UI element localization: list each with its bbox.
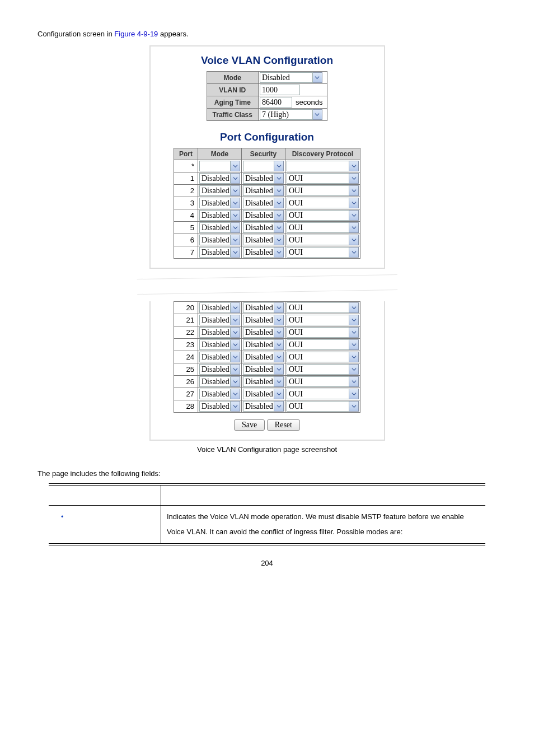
figure-link[interactable]: Figure 4-9-19 [114,30,158,38]
port-5-discovery-select[interactable]: OUI [287,222,359,233]
cfg-aging-time-input[interactable] [260,97,292,108]
port-7-security-select[interactable]: Disabled [243,247,284,258]
port-21-mode-select[interactable]: Disabled [199,315,240,325]
port-27-security-select-value: Disabled [243,389,274,399]
cfg-mode-select-value: Disabled [260,72,313,83]
port-number: 21 [174,314,198,326]
port-4-discovery-select-value: OUI [287,210,349,221]
port-3-discovery-select[interactable]: OUI [287,198,359,208]
port-number: 2 [174,185,198,197]
cfg-vlan-id-input[interactable] [260,85,300,95]
chevron-down-icon [231,352,240,362]
port-3-mode-select[interactable]: Disabled [199,198,240,208]
port-1-discovery-select-value: OUI [287,173,349,184]
port-21-security-select[interactable]: Disabled [243,315,284,325]
port-6-discovery-select[interactable]: OUI [287,235,359,245]
port-23-discovery-select[interactable]: OUI [287,339,359,350]
port-24-mode-select[interactable]: Disabled [199,352,240,362]
chevron-down-icon [349,401,359,412]
port-1-mode-select[interactable]: Disabled [199,173,240,184]
port-header-port: Port [174,148,198,160]
reset-button[interactable]: Reset [267,419,300,431]
port-23-security-select-value: Disabled [243,339,274,350]
port-27-security-select[interactable]: Disabled [243,389,284,399]
chevron-down-icon [349,302,359,313]
port-26-security-select[interactable]: Disabled [243,376,284,387]
chevron-down-icon [274,185,284,196]
cfg-traffic-class-select-value: 7 (High) [260,109,313,120]
port-20-discovery-select[interactable]: OUI [287,302,359,313]
port-4-mode-select[interactable]: Disabled [199,210,240,221]
port-3-security-select[interactable]: Disabled [243,198,284,208]
port-5-mode-select[interactable]: Disabled [199,222,240,233]
port-25-security-select[interactable]: Disabled [243,364,284,375]
chevron-down-icon [231,210,240,221]
intro-text: Configuration screen in Figure 4-9-19 ap… [38,30,496,38]
port-6-mode-select[interactable]: Disabled [199,235,240,245]
chevron-down-icon [349,339,359,350]
chevron-down-icon [231,302,240,313]
port-21-discovery-select[interactable]: OUI [287,315,359,325]
port-21-mode-select-value: Disabled [199,315,231,325]
port-21-discovery-select-value: OUI [287,315,349,325]
port-2-security-select[interactable]: Disabled [243,185,284,196]
fields-intro: The page includes the following fields: [38,469,496,478]
port-number: 5 [174,222,198,234]
chevron-down-icon [274,247,284,258]
cfg-mode-select[interactable]: Disabled [260,72,322,83]
save-button[interactable]: Save [234,419,265,431]
fields-header-object [49,484,161,506]
chevron-down-icon [231,376,240,387]
port-1-mode-select-value: Disabled [199,173,231,184]
port-number: 26 [174,376,198,388]
port-23-mode-select[interactable]: Disabled [199,339,240,350]
port-*-discovery-select[interactable] [287,161,359,171]
port-22-security-select[interactable]: Disabled [243,327,284,338]
port-6-security-select[interactable]: Disabled [243,235,284,245]
port-*-security-select[interactable] [243,161,284,171]
port-5-mode-select-value: Disabled [199,222,231,233]
cfg-cell-mode: Disabled [258,72,327,84]
port-*-mode-select[interactable] [199,161,240,171]
port-28-discovery-select[interactable]: OUI [287,401,359,412]
screenshot-caption: Voice VLAN Configuration page screenshot [38,445,496,454]
port-28-security-select[interactable]: Disabled [243,401,284,412]
port-header-mode: Mode [198,148,242,160]
chevron-down-icon [274,327,284,338]
port-25-security-select-value: Disabled [243,364,274,375]
chevron-down-icon [274,235,284,245]
port-7-mode-select[interactable]: Disabled [199,247,240,258]
port-5-security-select[interactable]: Disabled [243,222,284,233]
bullet-icon: • [54,512,66,521]
port-1-discovery-select[interactable]: OUI [287,173,359,184]
chevron-down-icon [349,327,359,338]
port-1-security-select[interactable]: Disabled [243,173,284,184]
port-22-mode-select[interactable]: Disabled [199,327,240,338]
fields-desc-cell: Indicates the Voice VLAN mode operation.… [161,506,486,544]
port-4-discovery-select[interactable]: OUI [287,210,359,221]
port-27-mode-select-value: Disabled [199,389,231,399]
port-22-discovery-select[interactable]: OUI [287,327,359,338]
port-25-mode-select[interactable]: Disabled [199,364,240,375]
cfg-traffic-class-select[interactable]: 7 (High) [260,109,322,120]
port-4-security-select[interactable]: Disabled [243,210,284,221]
port-26-mode-select[interactable]: Disabled [199,376,240,387]
port-28-mode-select[interactable]: Disabled [199,401,240,412]
port-27-discovery-select[interactable]: OUI [287,389,359,399]
port-2-mode-select[interactable]: Disabled [199,185,240,196]
voice-vlan-config-table: ModeDisabledVLAN IDAging TimesecondsTraf… [207,71,328,121]
port-7-discovery-select[interactable]: OUI [287,247,359,258]
port-24-discovery-select[interactable]: OUI [287,352,359,362]
port-number: 3 [174,197,198,209]
port-1-security-select-value: Disabled [243,173,274,184]
port-27-mode-select[interactable]: Disabled [199,389,240,399]
port-7-mode-select-value: Disabled [199,247,231,258]
screenshot-panel: Voice VLAN Configuration ModeDisabledVLA… [149,45,385,269]
port-25-discovery-select[interactable]: OUI [287,364,359,375]
port-26-discovery-select[interactable]: OUI [287,376,359,387]
port-20-mode-select[interactable]: Disabled [199,302,240,313]
port-24-security-select[interactable]: Disabled [243,352,284,362]
port-2-discovery-select[interactable]: OUI [287,185,359,196]
port-20-security-select[interactable]: Disabled [243,302,284,313]
port-23-security-select[interactable]: Disabled [243,339,284,350]
